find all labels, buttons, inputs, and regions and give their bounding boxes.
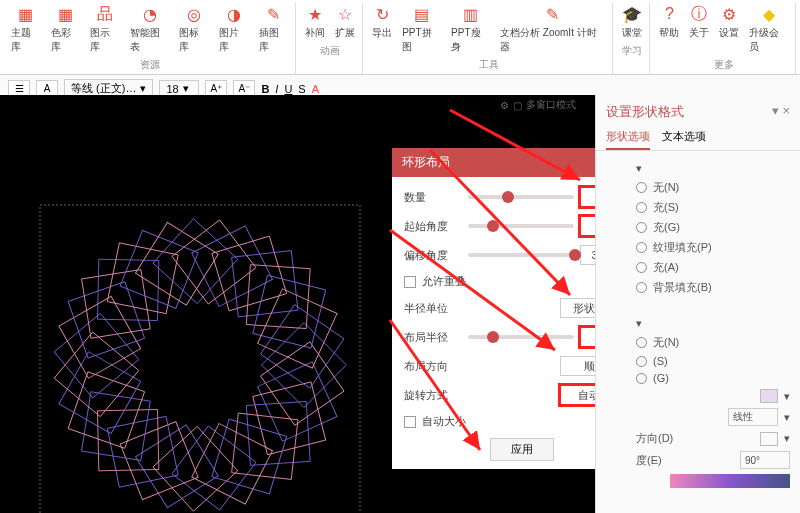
ribbon-icon: 品	[95, 4, 115, 24]
offset-slider[interactable]	[468, 253, 574, 257]
radiusunit-label: 半径单位	[404, 301, 462, 316]
ribbon-插图库[interactable]: ✎插图库	[256, 2, 292, 56]
ribbon-label: PPT瘦身	[451, 26, 490, 54]
angle-label: 度(E)	[636, 453, 662, 468]
underline-button[interactable]: U	[284, 83, 292, 95]
panel-title: 设置形状格式	[606, 103, 684, 121]
radio-label: 充(S)	[653, 200, 679, 215]
bold-button[interactable]: B	[261, 83, 269, 95]
radio-label: 无(N)	[653, 335, 679, 350]
ribbon-icon: ★	[305, 4, 325, 24]
autosize-check[interactable]	[404, 416, 416, 428]
ribbon-关于[interactable]: ⓘ关于	[686, 2, 712, 56]
shape-preview[interactable]	[10, 185, 390, 513]
tab-shape-options[interactable]: 形状选项	[606, 125, 650, 150]
ribbon-主题库[interactable]: ▦主题库	[8, 2, 44, 56]
format-shape-panel: 设置形状格式 ▾ × 形状选项 文本选项 ▾ 无(N)充(S)充(G)纹理填充(…	[595, 95, 800, 513]
radio[interactable]	[636, 222, 647, 233]
settings-icon[interactable]: ⚙	[500, 100, 509, 111]
color-swatch[interactable]	[760, 389, 778, 403]
ribbon-icon: ▥	[461, 4, 481, 24]
window-mode-icon[interactable]: ▢	[513, 100, 522, 111]
strike-button[interactable]: S	[298, 83, 305, 95]
svg-rect-23	[107, 243, 178, 314]
ribbon-PPT瘦身[interactable]: ▥PPT瘦身	[448, 2, 493, 56]
ribbon-label: 色彩库	[51, 26, 81, 54]
ribbon-group-label: 工具	[479, 58, 499, 72]
direction-label: 布局方向	[404, 359, 462, 374]
radio[interactable]	[636, 282, 647, 293]
radius-label: 布局半径	[404, 330, 462, 345]
svg-rect-28	[192, 226, 273, 307]
apply-button[interactable]: 应用	[490, 438, 554, 461]
ribbon-设置[interactable]: ⚙设置	[716, 2, 742, 56]
ribbon-group-label: 更多	[714, 58, 734, 72]
tab-text-options[interactable]: 文本选项	[662, 125, 706, 150]
ribbon-扩展[interactable]: ☆扩展	[332, 2, 358, 42]
start-label: 起始角度	[404, 219, 462, 234]
ribbon-PPT拼图[interactable]: ▤PPT拼图	[399, 2, 444, 56]
svg-rect-34	[261, 305, 344, 388]
rotate-label: 旋转方式	[404, 388, 462, 403]
svg-rect-22	[97, 259, 158, 320]
svg-rect-29	[212, 236, 287, 311]
svg-rect-25	[136, 222, 219, 305]
radio[interactable]	[636, 337, 647, 348]
radius-slider[interactable]	[468, 335, 574, 339]
ribbon-label: PPT拼图	[402, 26, 441, 54]
ribbon-导出[interactable]: ↻导出	[369, 2, 395, 56]
ribbon-icon: ▤	[412, 4, 432, 24]
ribbon-课堂[interactable]: 🎓课堂	[619, 2, 645, 42]
gradient-bar[interactable]	[670, 474, 790, 488]
ribbon-icon: ◔	[140, 4, 160, 24]
angle-input[interactable]: 90°	[740, 451, 790, 469]
line-dir-label: 方向(D)	[636, 431, 673, 446]
svg-rect-13	[97, 409, 158, 470]
ribbon-label: 补间	[305, 26, 325, 40]
expand-icon[interactable]: ▾	[636, 317, 642, 330]
overlap-check[interactable]	[404, 276, 416, 288]
italic-button[interactable]: I	[275, 83, 278, 95]
font-color[interactable]: A	[312, 83, 319, 95]
ribbon-icon: ☆	[335, 4, 355, 24]
svg-rect-10	[136, 425, 219, 508]
radio[interactable]	[636, 356, 647, 367]
radio-label: (S)	[653, 355, 668, 367]
ribbon-icon: ◎	[184, 4, 204, 24]
radio[interactable]	[636, 202, 647, 213]
ribbon-图标库[interactable]: ◎图标库	[176, 2, 212, 56]
svg-rect-21	[82, 270, 151, 339]
ribbon-图示库[interactable]: 品图示库	[87, 2, 123, 56]
ribbon-label: 文档分析 ZoomIt 计时器	[500, 26, 605, 54]
svg-rect-6	[212, 419, 287, 494]
ribbon-group-label: 动画	[320, 44, 340, 58]
ribbon-帮助[interactable]: ?帮助	[656, 2, 682, 56]
ribbon-icon: ▦	[16, 4, 36, 24]
radio[interactable]	[636, 182, 647, 193]
ribbon-label: 图标库	[179, 26, 209, 54]
ribbon-label: 帮助	[659, 26, 679, 40]
dir-select[interactable]	[760, 432, 778, 446]
ribbon-色彩库[interactable]: ▦色彩库	[48, 2, 84, 56]
radio[interactable]	[636, 373, 647, 384]
ribbon-label: 导出	[372, 26, 392, 40]
expand-icon[interactable]: ▾	[636, 162, 642, 175]
ribbon-group-label: 资源	[140, 58, 160, 72]
radio-label: (G)	[653, 372, 669, 384]
ribbon-补间[interactable]: ★补间	[302, 2, 328, 42]
radio[interactable]	[636, 242, 647, 253]
panel-close[interactable]: ×	[782, 103, 790, 118]
ribbon-label: 扩展	[335, 26, 355, 40]
ribbon-label: 升级会员	[749, 26, 788, 54]
ribbon-智能图表[interactable]: ◔智能图表	[127, 2, 172, 56]
start-slider[interactable]	[468, 224, 574, 228]
offset-label: 偏移角度	[404, 248, 462, 263]
ribbon-文档分析 ZoomIt 计时器[interactable]: ✎文档分析 ZoomIt 计时器	[497, 2, 608, 56]
ribbon-icon: ▦	[55, 4, 75, 24]
ribbon-图片库[interactable]: ◑图片库	[216, 2, 252, 56]
radio[interactable]	[636, 262, 647, 273]
ribbon-升级会员[interactable]: ◆升级会员	[746, 2, 791, 56]
line-type[interactable]: 线性	[728, 408, 778, 426]
count-slider[interactable]	[468, 195, 574, 199]
radio-label: 充(A)	[653, 260, 679, 275]
